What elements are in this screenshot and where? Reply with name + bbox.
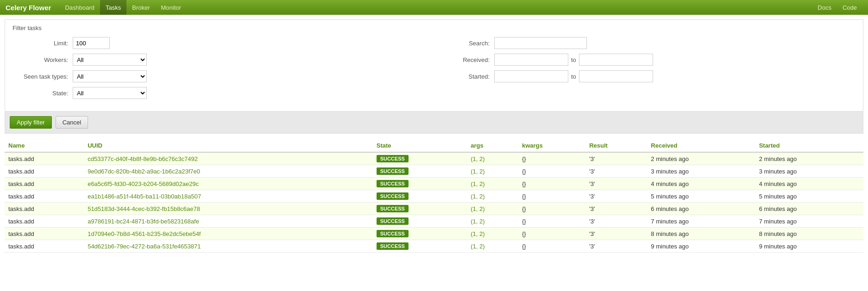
cell-name: tasks.add	[5, 152, 84, 165]
navbar: Celery Flower Dashboard Tasks Broker Mon…	[0, 0, 868, 15]
received-label: Received:	[434, 56, 490, 63]
cell-started: 7 minutes ago	[755, 215, 863, 228]
col-name: Name	[5, 139, 84, 152]
state-select[interactable]: All	[73, 87, 147, 99]
state-badge: SUCCESS	[377, 180, 409, 187]
nav-tasks[interactable]: Tasks	[100, 0, 126, 15]
received-from-input[interactable]	[494, 54, 568, 66]
started-to-input[interactable]	[579, 70, 653, 82]
app-brand: Celery Flower	[6, 4, 51, 12]
cell-name: tasks.add	[5, 215, 84, 228]
cell-started: 6 minutes ago	[755, 203, 863, 215]
cell-uuid[interactable]: a9786191-bc24-4871-b3fd-be5823168afe	[84, 215, 373, 228]
cell-result: '3'	[585, 240, 647, 253]
cell-name: tasks.add	[5, 240, 84, 253]
workers-select[interactable]: All	[73, 54, 147, 66]
table-row: tasks.add a9786191-bc24-4871-b3fd-be5823…	[5, 215, 863, 228]
nav-code[interactable]: Code	[837, 0, 862, 15]
limit-input[interactable]	[73, 37, 110, 49]
state-badge: SUCCESS	[377, 167, 409, 175]
cancel-button[interactable]: Cancel	[56, 116, 88, 129]
cell-state: SUCCESS	[373, 240, 467, 253]
cell-kwargs: {}	[518, 152, 585, 165]
cell-args: (1, 2)	[467, 165, 518, 178]
cell-received: 7 minutes ago	[647, 215, 755, 228]
col-kwargs: kwargs	[518, 139, 585, 152]
filter-row-state: State: All	[13, 87, 434, 99]
filter-row-workers: Workers: All	[13, 54, 434, 66]
nav-docs[interactable]: Docs	[812, 0, 837, 15]
cell-name: tasks.add	[5, 203, 84, 215]
table-row: tasks.add 9e0d67dc-820b-4bb2-a9ac-1b6c2a…	[5, 165, 863, 178]
limit-label: Limit:	[13, 40, 68, 47]
cell-uuid[interactable]: 51d5183d-3444-4cec-b392-fb15b8c6ae78	[84, 203, 373, 215]
cell-args: (1, 2)	[467, 203, 518, 215]
cell-started: 5 minutes ago	[755, 190, 863, 203]
received-to-input[interactable]	[579, 54, 653, 66]
cell-received: 6 minutes ago	[647, 203, 755, 215]
nav-monitor[interactable]: Monitor	[156, 0, 187, 15]
cell-args: (1, 2)	[467, 152, 518, 165]
cell-name: tasks.add	[5, 228, 84, 240]
cell-kwargs: {}	[518, 215, 585, 228]
state-badge: SUCCESS	[377, 192, 409, 200]
filter-row-search: Search:	[434, 37, 855, 49]
table-row: tasks.add 1d7094e0-7b8d-4561-b235-8e2dc5…	[5, 228, 863, 240]
nav-links: Dashboard Tasks Broker Monitor	[59, 0, 812, 15]
col-uuid: UUID	[84, 139, 373, 152]
filter-row-seen-task-types: Seen task types: All	[13, 70, 434, 82]
table-row: tasks.add cd53377c-d40f-4b8f-8e9b-b6c76c…	[5, 152, 863, 165]
cell-uuid[interactable]: 9e0d67dc-820b-4bb2-a9ac-1b6c2a23f7e0	[84, 165, 373, 178]
cell-started: 2 minutes ago	[755, 152, 863, 165]
cell-state: SUCCESS	[373, 215, 467, 228]
col-state: State	[373, 139, 467, 152]
state-badge: SUCCESS	[377, 242, 409, 250]
cell-kwargs: {}	[518, 190, 585, 203]
apply-filter-button[interactable]: Apply filter	[10, 116, 52, 129]
cell-result: '3'	[585, 165, 647, 178]
nav-right: Docs Code	[812, 0, 862, 15]
table-row: tasks.add e6a5c6f5-fd30-4023-b204-5689d0…	[5, 178, 863, 190]
cell-uuid[interactable]: 1d7094e0-7b8d-4561-b235-8e2dc5ebe54f	[84, 228, 373, 240]
cell-name: tasks.add	[5, 165, 84, 178]
filter-panel-title: Filter tasks	[13, 25, 855, 31]
cell-started: 4 minutes ago	[755, 178, 863, 190]
state-badge: SUCCESS	[377, 205, 409, 212]
filter-row-limit: Limit:	[13, 37, 434, 49]
started-from-input[interactable]	[494, 70, 568, 82]
nav-dashboard[interactable]: Dashboard	[59, 0, 100, 15]
cell-name: tasks.add	[5, 178, 84, 190]
cell-result: '3'	[585, 215, 647, 228]
table-row: tasks.add 54d621b6-79ec-4272-ba6a-531fe4…	[5, 240, 863, 253]
cell-received: 2 minutes ago	[647, 152, 755, 165]
col-received: Received	[647, 139, 755, 152]
filter-body: Limit: Workers: All Seen task types: All…	[13, 37, 855, 104]
filter-left: Limit: Workers: All Seen task types: All…	[13, 37, 434, 104]
cell-args: (1, 2)	[467, 228, 518, 240]
cell-state: SUCCESS	[373, 228, 467, 240]
filter-row-started: Started: to	[434, 70, 855, 82]
col-result: Result	[585, 139, 647, 152]
filter-right: Search: Received: to Started: to	[434, 37, 855, 104]
started-to-label: to	[571, 73, 576, 80]
cell-state: SUCCESS	[373, 178, 467, 190]
cell-state: SUCCESS	[373, 203, 467, 215]
cell-state: SUCCESS	[373, 152, 467, 165]
tasks-table-wrapper: Name UUID State args kwargs Result Recei…	[5, 139, 863, 253]
cell-started: 8 minutes ago	[755, 228, 863, 240]
state-badge: SUCCESS	[377, 155, 409, 162]
cell-result: '3'	[585, 190, 647, 203]
cell-result: '3'	[585, 178, 647, 190]
seen-task-types-select[interactable]: All	[73, 70, 147, 82]
cell-kwargs: {}	[518, 165, 585, 178]
table-row: tasks.add 51d5183d-3444-4cec-b392-fb15b8…	[5, 203, 863, 215]
cell-kwargs: {}	[518, 240, 585, 253]
cell-uuid[interactable]: 54d621b6-79ec-4272-ba6a-531fe4653871	[84, 240, 373, 253]
cell-uuid[interactable]: e6a5c6f5-fd30-4023-b204-5689d02ae29c	[84, 178, 373, 190]
cell-result: '3'	[585, 228, 647, 240]
cell-uuid[interactable]: cd53377c-d40f-4b8f-8e9b-b6c76c3c7492	[84, 152, 373, 165]
table-row: tasks.add ea1b1486-a51f-44b5-ba11-03b0ab…	[5, 190, 863, 203]
cell-uuid[interactable]: ea1b1486-a51f-44b5-ba11-03b0ab18a507	[84, 190, 373, 203]
nav-broker[interactable]: Broker	[126, 0, 155, 15]
search-input[interactable]	[494, 37, 587, 49]
